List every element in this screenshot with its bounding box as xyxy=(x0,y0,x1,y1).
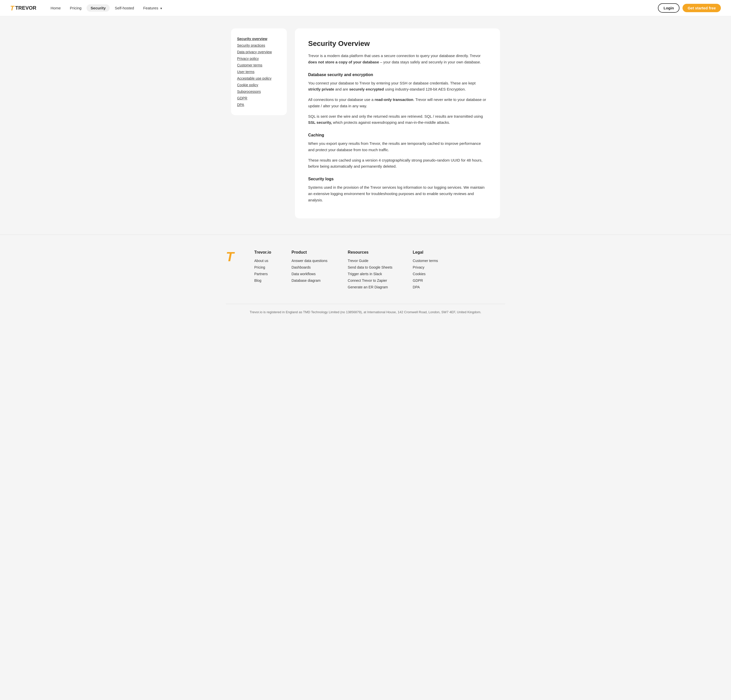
footer-database-diagram[interactable]: Database diagram xyxy=(291,278,327,283)
content-area: Security Overview Trevor is a modern dat… xyxy=(295,28,500,218)
caching-para-1: When you export query results from Trevo… xyxy=(308,141,487,153)
sidebar-link-security-practices[interactable]: Security practices xyxy=(237,42,281,49)
logo-icon: T xyxy=(10,5,14,12)
db-para-1: You connect your database to Trevor by e… xyxy=(308,80,487,93)
sidebar-link-acceptable-use[interactable]: Acceptable use policy xyxy=(237,75,281,82)
footer: T Trevor.io About us Pricing Partners Bl… xyxy=(0,234,731,324)
nav-security[interactable]: Security xyxy=(87,4,110,12)
footer-logo-icon: T xyxy=(226,250,234,263)
nav-actions: Login Get started free xyxy=(658,3,721,13)
footer-cookies[interactable]: Cookies xyxy=(413,272,438,276)
page-title: Security Overview xyxy=(308,40,487,48)
caching-para-2: These results are cached using a version… xyxy=(308,157,487,170)
logo[interactable]: T TREVOR xyxy=(10,5,36,12)
footer-partners[interactable]: Partners xyxy=(254,272,272,276)
nav-features[interactable]: Features ▼ xyxy=(139,4,166,12)
db-para-3: SQL is sent over the wire and only the r… xyxy=(308,113,487,126)
footer-about-us[interactable]: About us xyxy=(254,259,272,263)
footer-zapier[interactable]: Connect Trevor to Zapier xyxy=(348,278,392,283)
navigation: T TREVOR Home Pricing Security Self-host… xyxy=(0,0,731,16)
footer-data-workflows[interactable]: Data workflows xyxy=(291,272,327,276)
footer-col-legal: Legal Customer terms Privacy Cookies GDP… xyxy=(413,250,438,291)
footer-google-sheets[interactable]: Send data to Google Sheets xyxy=(348,265,392,269)
footer-er-diagram[interactable]: Generate an ER Diagram xyxy=(348,285,392,289)
footer-col-legal-heading: Legal xyxy=(413,250,438,255)
footer-col-product-heading: Product xyxy=(291,250,327,255)
sidebar-link-user-terms[interactable]: User terms xyxy=(237,69,281,75)
sidebar-link-customer-terms[interactable]: Customer terms xyxy=(237,62,281,69)
chevron-down-icon: ▼ xyxy=(160,7,163,10)
sidebar-link-cookie-policy[interactable]: Cookie policy xyxy=(237,82,281,88)
sidebar-link-dpa[interactable]: DPA xyxy=(237,101,281,108)
logo-text: TREVOR xyxy=(15,5,36,11)
sidebar-link-subprocessors[interactable]: Subprocessors xyxy=(237,88,281,95)
login-button[interactable]: Login xyxy=(658,3,680,13)
sidebar-link-privacy-policy[interactable]: Privacy policy xyxy=(237,55,281,62)
footer-col-resources-heading: Resources xyxy=(348,250,392,255)
footer-logo: T xyxy=(226,250,234,264)
footer-privacy[interactable]: Privacy xyxy=(413,265,438,269)
footer-col-trevor: Trevor.io About us Pricing Partners Blog xyxy=(254,250,272,285)
footer-dpa[interactable]: DPA xyxy=(413,285,438,289)
footer-dashboards[interactable]: Dashboards xyxy=(291,265,327,269)
sidebar-link-data-privacy[interactable]: Data privacy overview xyxy=(237,49,281,55)
nav-links: Home Pricing Security Self-hosted Featur… xyxy=(47,4,658,12)
logs-para-1: Systems used in the provision of the Tre… xyxy=(308,185,487,203)
sidebar: Security overview Security practices Dat… xyxy=(231,28,287,115)
footer-col-product: Product Answer data questions Dashboards… xyxy=(291,250,327,285)
nav-selfhosted[interactable]: Self-hosted xyxy=(111,4,138,12)
footer-legal-text: Trevor.io is registered in England as TM… xyxy=(226,304,505,314)
db-para-2: All connections to your database use a r… xyxy=(308,97,487,109)
footer-trevor-guide[interactable]: Trevor Guide xyxy=(348,259,392,263)
footer-blog[interactable]: Blog xyxy=(254,278,272,283)
footer-pricing[interactable]: Pricing xyxy=(254,265,272,269)
section-heading-db: Database security and encryption xyxy=(308,73,487,77)
sidebar-link-security-overview[interactable]: Security overview xyxy=(237,35,281,42)
footer-inner: T Trevor.io About us Pricing Partners Bl… xyxy=(226,250,505,314)
section-heading-logs: Security logs xyxy=(308,177,487,182)
get-started-button[interactable]: Get started free xyxy=(683,4,721,12)
sidebar-link-gdpr[interactable]: GDPR xyxy=(237,95,281,101)
footer-top: T Trevor.io About us Pricing Partners Bl… xyxy=(226,250,505,291)
footer-customer-terms[interactable]: Customer terms xyxy=(413,259,438,263)
intro-paragraph: Trevor is a modern data platform that us… xyxy=(308,53,487,66)
section-heading-caching: Caching xyxy=(308,133,487,138)
footer-trigger-alerts[interactable]: Trigger alerts in Slack xyxy=(348,272,392,276)
footer-answer-data[interactable]: Answer data questions xyxy=(291,259,327,263)
main-content: Security overview Security practices Dat… xyxy=(226,16,505,234)
nav-home[interactable]: Home xyxy=(47,4,65,12)
footer-gdpr[interactable]: GDPR xyxy=(413,278,438,283)
nav-pricing[interactable]: Pricing xyxy=(66,4,85,12)
footer-col-trevor-heading: Trevor.io xyxy=(254,250,272,255)
footer-col-resources: Resources Trevor Guide Send data to Goog… xyxy=(348,250,392,291)
